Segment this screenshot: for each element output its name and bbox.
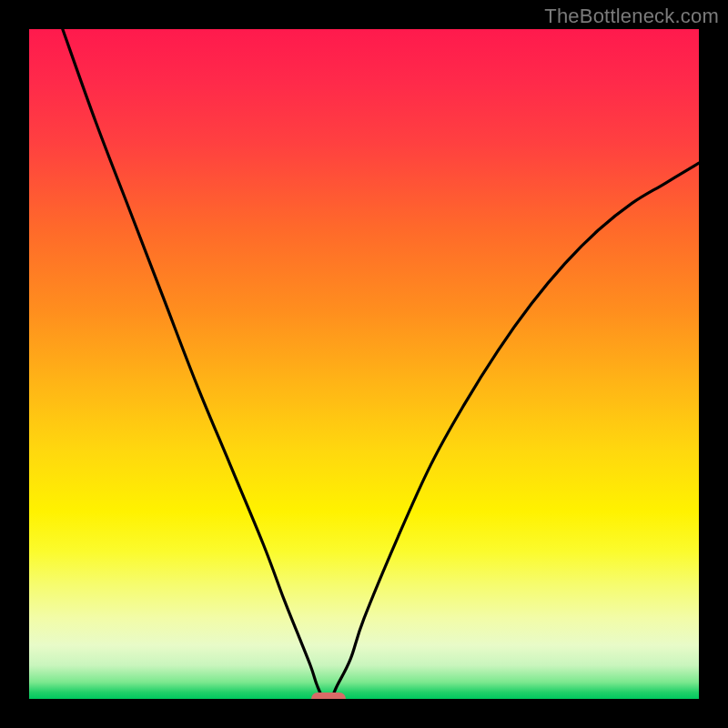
- optimal-marker: [311, 693, 346, 699]
- bottleneck-curve: [29, 29, 699, 699]
- chart-frame: TheBottleneck.com: [0, 0, 728, 728]
- plot-area: [29, 29, 699, 699]
- watermark-text: TheBottleneck.com: [544, 5, 719, 28]
- curve-path: [63, 29, 699, 699]
